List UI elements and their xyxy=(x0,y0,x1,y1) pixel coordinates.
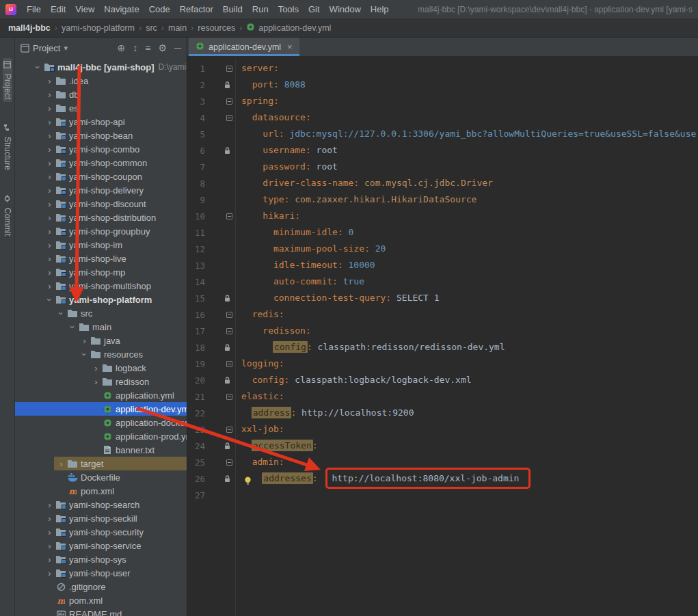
tab-application-dev-yml[interactable]: application-dev.yml × xyxy=(189,38,299,56)
code-line-5[interactable]: url: jdbc:mysql://127.0.0.1:3306/yami_bb… xyxy=(241,126,698,142)
code-line-4[interactable]: datasource: xyxy=(241,109,698,126)
tree-item-logback[interactable]: ›logback xyxy=(15,361,187,375)
tree-item-banner-txt[interactable]: banner.txt xyxy=(15,443,187,457)
code-line-19[interactable]: logging: xyxy=(241,356,698,372)
tree-item-yami-shop-distribution[interactable]: ›yami-shop-distribution xyxy=(15,211,187,224)
code-line-16[interactable]: redis: xyxy=(241,306,698,323)
tree-item-db[interactable]: ›db xyxy=(15,88,187,101)
menu-navigate[interactable]: Navigate xyxy=(99,2,144,16)
tree-item-gitignore[interactable]: .gitignore xyxy=(15,580,187,593)
code-line-23[interactable]: xxl-job: xyxy=(241,421,698,438)
code-line-13[interactable]: idle-timeout: 10000 xyxy=(241,257,698,273)
menu-file[interactable]: File xyxy=(22,2,46,16)
chevron-collapsed-icon[interactable]: › xyxy=(91,377,101,387)
chevron-collapsed-icon[interactable]: › xyxy=(44,554,55,565)
chevron-collapsed-icon[interactable]: › xyxy=(44,144,55,155)
menu-refactor[interactable]: Refactor xyxy=(175,2,218,16)
fold-marker-icon[interactable]: − xyxy=(226,427,232,433)
chevron-expanded-icon[interactable]: › xyxy=(33,62,43,72)
fold-marker-icon[interactable]: − xyxy=(226,361,232,367)
tool-stripe-structure[interactable]: Structure xyxy=(3,121,12,173)
tree-item-readme-md[interactable]: README.md xyxy=(15,607,187,616)
tree-item-src[interactable]: ›src xyxy=(15,306,187,320)
menu-build[interactable]: Build xyxy=(218,2,247,16)
code-line-27[interactable] xyxy=(241,487,698,503)
chevron-collapsed-icon[interactable]: › xyxy=(44,226,55,237)
breadcrumb-item-src[interactable]: src xyxy=(144,23,159,33)
locate-icon[interactable]: ⊕ xyxy=(118,43,126,53)
chevron-collapsed-icon[interactable]: › xyxy=(44,76,55,86)
chevron-collapsed-icon[interactable]: › xyxy=(44,541,55,551)
code-line-10[interactable]: hikari: xyxy=(241,208,698,224)
tree-item-main[interactable]: ›main xyxy=(15,320,187,334)
fold-marker-icon[interactable]: − xyxy=(226,66,232,72)
tree-item-yami-shop-bean[interactable]: ›yami-shop-bean xyxy=(15,129,187,142)
tree-item-yami-shop-common[interactable]: ›yami-shop-common xyxy=(15,156,187,170)
chevron-collapsed-icon[interactable]: › xyxy=(44,90,55,100)
tree-item-application-yml[interactable]: application.yml xyxy=(15,388,187,402)
tree-item-yami-shop-coupon[interactable]: ›yami-shop-coupon xyxy=(15,170,187,183)
fold-marker-icon[interactable]: − xyxy=(226,328,232,334)
code-line-17[interactable]: redisson: xyxy=(241,323,698,339)
tool-stripe-project[interactable]: Project xyxy=(3,58,12,102)
tree-item-yami-shop-security[interactable]: ›yami-shop-security xyxy=(15,525,187,539)
menu-git[interactable]: Git xyxy=(304,2,325,16)
fold-marker-icon[interactable]: − xyxy=(226,394,232,400)
fold-marker-icon[interactable]: − xyxy=(226,312,232,318)
tree-item-yami-shop-search[interactable]: ›yami-shop-search xyxy=(15,498,187,511)
menu-edit[interactable]: Edit xyxy=(46,2,70,16)
fold-marker-icon[interactable]: − xyxy=(226,459,232,466)
breadcrumb-item-resources[interactable]: resources xyxy=(196,23,237,33)
view-options-icon[interactable]: ≡ xyxy=(145,43,150,53)
fold-marker-icon[interactable]: − xyxy=(226,213,232,219)
tree-item-application-dev-yml[interactable]: application-dev.yml xyxy=(15,402,187,416)
menu-code[interactable]: Code xyxy=(144,2,175,16)
tree-item-yami-shop-sys[interactable]: ›yami-shop-sys xyxy=(15,552,187,566)
hide-icon[interactable]: ─ xyxy=(174,43,181,53)
tree-item-application-prod-yml[interactable]: application-prod.yml xyxy=(15,429,187,443)
chevron-down-icon[interactable]: ▾ xyxy=(64,44,68,53)
tree-item-yami-shop-seckill[interactable]: ›yami-shop-seckill xyxy=(15,511,187,525)
code-line-15[interactable]: connection-test-query: SELECT 1 xyxy=(241,290,698,306)
code-line-11[interactable]: minimum-idle: 0 xyxy=(241,224,698,241)
fold-marker-icon[interactable]: − xyxy=(226,98,232,105)
chevron-expanded-icon[interactable]: › xyxy=(79,349,90,360)
chevron-collapsed-icon[interactable]: › xyxy=(44,527,55,537)
chevron-collapsed-icon[interactable]: › xyxy=(44,281,55,291)
fold-marker-icon[interactable]: − xyxy=(226,115,232,121)
chevron-expanded-icon[interactable]: › xyxy=(44,295,55,305)
expand-collapse-icon[interactable]: ↕ xyxy=(133,43,137,53)
chevron-collapsed-icon[interactable]: › xyxy=(56,459,66,469)
code-line-2[interactable]: port: 8088 xyxy=(241,77,698,93)
code-line-22[interactable]: address: http://localhost:9200 xyxy=(241,405,698,421)
tree-item-yami-shop-multishop[interactable]: ›yami-shop-multishop xyxy=(15,279,187,293)
code-area[interactable]: server: port: 8088spring: datasource: ur… xyxy=(236,60,698,616)
code-line-12[interactable]: maximum-pool-size: 20 xyxy=(241,241,698,257)
chevron-collapsed-icon[interactable]: › xyxy=(44,103,55,113)
chevron-collapsed-icon[interactable]: › xyxy=(44,267,55,278)
tree-item-application-docker-yml[interactable]: application-docker.yml xyxy=(15,416,187,429)
tree-item-yami-shop-service[interactable]: ›yami-shop-service xyxy=(15,539,187,552)
chevron-collapsed-icon[interactable]: › xyxy=(44,131,55,141)
tree-item-yami-shop-groupbuy[interactable]: ›yami-shop-groupbuy xyxy=(15,224,187,238)
tree-item-idea[interactable]: ›.idea xyxy=(15,74,187,88)
tree-item-es[interactable]: ›es xyxy=(15,101,187,115)
menu-view[interactable]: View xyxy=(70,2,99,16)
chevron-expanded-icon[interactable]: › xyxy=(56,308,66,319)
tree-item-pom-xml[interactable]: mpom.xml xyxy=(15,484,187,498)
tree-item-yami-shop-mp[interactable]: ›yami-shop-mp xyxy=(15,265,187,279)
chevron-collapsed-icon[interactable]: › xyxy=(44,185,55,196)
menu-window[interactable]: Window xyxy=(325,2,366,16)
menu-tools[interactable]: Tools xyxy=(273,2,304,16)
tree-item-redisson[interactable]: ›redisson xyxy=(15,375,187,388)
chevron-collapsed-icon[interactable]: › xyxy=(44,240,55,250)
project-panel-title[interactable]: Project xyxy=(33,43,60,53)
chevron-collapsed-icon[interactable]: › xyxy=(44,500,55,510)
tree-item-pom-xml[interactable]: mpom.xml xyxy=(15,593,187,607)
code-line-26[interactable]: addresses: http://localhost:8080/xxl-job… xyxy=(241,470,698,487)
tree-item-yami-shop-combo[interactable]: ›yami-shop-combo xyxy=(15,142,187,156)
settings-icon[interactable]: ⚙ xyxy=(159,43,167,53)
code-line-9[interactable]: type: com.zaxxer.hikari.HikariDataSource xyxy=(241,191,698,208)
chevron-collapsed-icon[interactable]: › xyxy=(44,199,55,209)
chevron-collapsed-icon[interactable]: › xyxy=(44,254,55,264)
